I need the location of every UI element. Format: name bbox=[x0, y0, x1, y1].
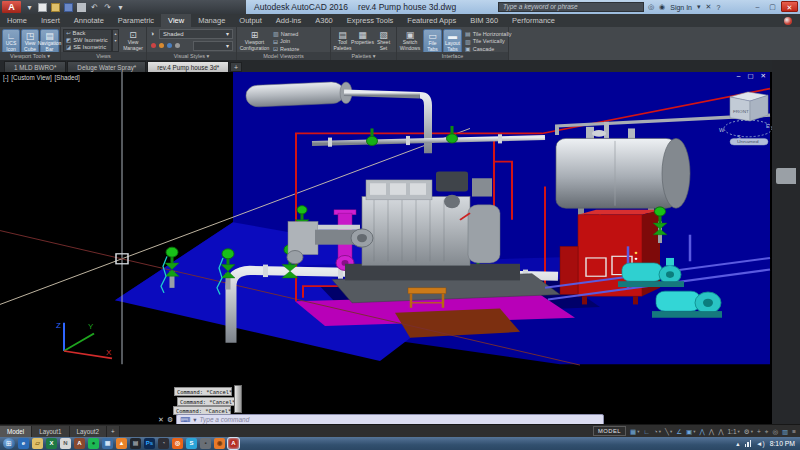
record-icon[interactable] bbox=[784, 17, 792, 25]
view-sw-isometric-item[interactable]: ◩SW Isometric bbox=[64, 37, 111, 44]
autoscale-icon[interactable]: ⋀ bbox=[709, 426, 714, 437]
annotation-visibility-icon[interactable]: ⋀ bbox=[699, 426, 704, 437]
panel-label-palettes[interactable]: Palettes ▾ bbox=[331, 52, 396, 60]
named-viewports-button[interactable]: ▥Named bbox=[273, 30, 299, 38]
command-wrench-icon[interactable]: ⚙ bbox=[167, 416, 173, 424]
clock[interactable]: 8:10 PM bbox=[770, 440, 795, 447]
tab-home[interactable]: Home bbox=[0, 14, 34, 27]
tab-featured-apps[interactable]: Featured Apps bbox=[400, 14, 463, 27]
visual-style-control[interactable]: [Shaded] bbox=[55, 74, 80, 81]
annotation-monitor-icon[interactable]: ⋀ bbox=[718, 426, 723, 437]
ortho-icon[interactable]: ∟ bbox=[643, 426, 649, 437]
start-button[interactable]: ⊞ bbox=[3, 438, 15, 449]
taskbar-icon-spotify[interactable]: ● bbox=[88, 438, 99, 449]
infocenter-search-input[interactable]: Type a keyword or phrase bbox=[498, 2, 644, 12]
save-icon[interactable] bbox=[64, 3, 73, 12]
workspace-dropdown-icon[interactable]: ▾ bbox=[751, 429, 753, 434]
layout-tab-model[interactable]: Model bbox=[0, 426, 32, 437]
panel-label-interface[interactable]: Interface bbox=[397, 52, 508, 60]
taskbar-icon-file-explorer[interactable]: ▱ bbox=[32, 438, 43, 449]
help-icon[interactable]: ? bbox=[716, 4, 720, 11]
open-folder-icon[interactable] bbox=[51, 3, 60, 12]
panel-label-visual-styles[interactable]: Visual Styles ▾ bbox=[147, 52, 236, 60]
isometric-drafting-icon[interactable]: ╲ bbox=[665, 426, 669, 437]
tab-performance[interactable]: Performance bbox=[505, 14, 562, 27]
file-tab-3-active[interactable]: rev.4 Pump house 3d* bbox=[147, 61, 229, 72]
taskbar-icon-skype[interactable]: S bbox=[186, 438, 197, 449]
view-se-isometric-item[interactable]: ◪SE Isometric bbox=[64, 44, 111, 51]
layout-tab-layout1[interactable]: Layout1 bbox=[32, 426, 69, 437]
iso-dropdown-icon[interactable]: ▾ bbox=[670, 429, 672, 434]
app-minimize-button[interactable]: ‒ bbox=[751, 1, 764, 12]
tray-show-hidden-icon[interactable]: ▴ bbox=[736, 440, 739, 448]
layout-tab-layout2[interactable]: Layout2 bbox=[70, 426, 107, 437]
file-tab-1[interactable]: 1 MLD BWRO* bbox=[4, 61, 66, 72]
osnap-tracking-icon[interactable]: ∠ bbox=[676, 426, 682, 437]
taskbar-icon-photoshop[interactable]: Ps bbox=[144, 438, 155, 449]
tab-manage[interactable]: Manage bbox=[191, 14, 232, 27]
shadow-icon[interactable] bbox=[167, 43, 172, 48]
doc-minimize-button[interactable]: ‒ bbox=[737, 72, 741, 80]
file-tab-2[interactable]: Deluge Water Spray* bbox=[67, 61, 146, 72]
command-input[interactable]: ⌨ ▾ Type a command bbox=[176, 414, 604, 425]
tab-insert[interactable]: Insert bbox=[34, 14, 67, 27]
search-icon[interactable]: ◎ bbox=[648, 3, 654, 11]
tab-a360[interactable]: A360 bbox=[308, 14, 340, 27]
drawing-canvas[interactable]: [-] [Custom View] [Shaded] ‒ ▢ ✕ bbox=[0, 72, 772, 424]
object-snap-icon[interactable]: ▣ bbox=[686, 426, 692, 437]
tab-annotate[interactable]: Annotate bbox=[67, 14, 111, 27]
texture-icon[interactable] bbox=[175, 43, 180, 48]
doc-close-button[interactable]: ✕ bbox=[761, 72, 766, 80]
taskbar-icon-internet-explorer[interactable]: e bbox=[18, 438, 29, 449]
taskbar-icon-autocad-active[interactable]: A bbox=[228, 438, 239, 449]
taskbar-icon-dark-app[interactable]: ◔ bbox=[158, 438, 169, 449]
palette-grip[interactable] bbox=[776, 168, 796, 184]
app-menu-dropdown-icon[interactable]: ▾ bbox=[25, 3, 34, 12]
edge-color-icon[interactable] bbox=[159, 43, 164, 48]
model-space-button[interactable]: MODEL bbox=[593, 426, 626, 436]
network-icon[interactable] bbox=[745, 440, 752, 447]
osnap-dropdown-icon[interactable]: ▾ bbox=[693, 429, 695, 434]
tab-parametric[interactable]: Parametric bbox=[111, 14, 161, 27]
new-layout-button[interactable]: + bbox=[107, 426, 120, 437]
app-close-button[interactable]: ✕ bbox=[781, 1, 798, 12]
polar-tracking-icon[interactable]: ◔ bbox=[654, 426, 658, 437]
annotation-scale-value[interactable]: 1:1 bbox=[728, 426, 737, 437]
taskbar-icon-notes[interactable]: N bbox=[60, 438, 71, 449]
face-color-icon[interactable] bbox=[151, 43, 156, 48]
command-history-grip[interactable] bbox=[234, 385, 242, 413]
exchange-apps-icon[interactable]: ✕ bbox=[706, 3, 712, 11]
polar-dropdown-icon[interactable]: ▾ bbox=[659, 429, 661, 434]
panel-label-views[interactable]: Views bbox=[61, 52, 146, 60]
tracking-icon[interactable]: ⌖ bbox=[765, 426, 769, 437]
view-control[interactable]: [Custom View] bbox=[11, 74, 51, 81]
undo-icon[interactable]: ↶ bbox=[90, 3, 99, 12]
viewport-menu-control[interactable]: [-] bbox=[3, 74, 9, 81]
taskbar-icon-excel[interactable]: X bbox=[46, 438, 57, 449]
autocad-logo-menu[interactable]: A bbox=[2, 1, 21, 13]
taskbar-icon-blue-app[interactable]: ▦ bbox=[102, 438, 113, 449]
tile-vertically-button[interactable]: ▥Tile Vertically bbox=[465, 38, 512, 46]
grid-dropdown-icon[interactable]: ▾ bbox=[637, 429, 639, 434]
3d-scene[interactable]: Z Y X W S E FRONT Unnamed bbox=[0, 72, 772, 424]
command-close-icon[interactable]: ✕ bbox=[158, 416, 164, 424]
taskbar-icon-vlc[interactable]: ▲ bbox=[116, 438, 127, 449]
redo-icon[interactable]: ↷ bbox=[103, 3, 112, 12]
volume-icon[interactable]: ◄) bbox=[756, 440, 765, 447]
scale-dropdown-icon[interactable]: ▾ bbox=[738, 429, 740, 434]
new-file-icon[interactable] bbox=[38, 3, 47, 12]
taskbar-icon-gray-app[interactable]: ▪ bbox=[200, 438, 211, 449]
visual-style-dropdown[interactable]: Shaded ▾ bbox=[159, 29, 233, 39]
tab-bim360[interactable]: BIM 360 bbox=[463, 14, 505, 27]
plot-icon[interactable] bbox=[77, 3, 86, 12]
doc-restore-button[interactable]: ▢ bbox=[747, 72, 753, 80]
grid-icon[interactable]: ▦ bbox=[630, 426, 636, 437]
panel-label-viewport-tools[interactable]: Viewport Tools ▾ bbox=[0, 52, 60, 60]
tab-express-tools[interactable]: Express Tools bbox=[340, 14, 401, 27]
tab-addins[interactable]: Add-ins bbox=[269, 14, 308, 27]
app-restore-button[interactable]: ▢ bbox=[766, 1, 779, 12]
sign-in-dropdown-icon[interactable]: ▾ bbox=[697, 3, 701, 11]
taskbar-icon-orange-app[interactable]: ◎ bbox=[172, 438, 183, 449]
new-drawing-tab-button[interactable]: + bbox=[230, 62, 242, 72]
view-back-item[interactable]: ↩Back bbox=[64, 30, 111, 37]
